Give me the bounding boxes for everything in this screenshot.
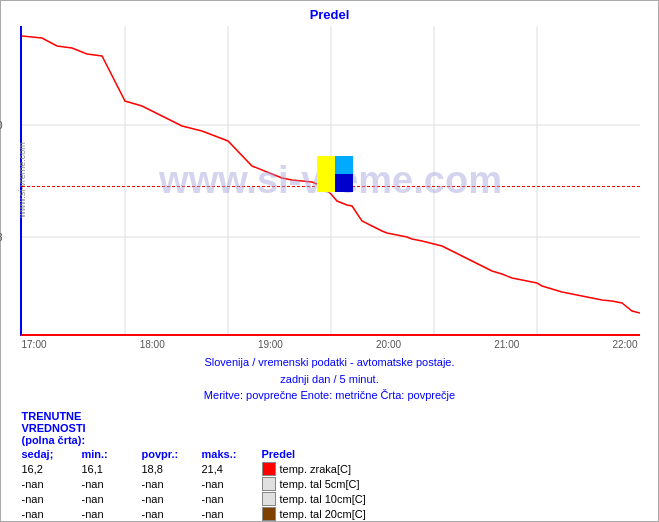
svg-rect-11: [317, 174, 335, 192]
chart-title: Predel: [310, 7, 350, 22]
x-label-3: 20:00: [376, 339, 401, 350]
caption-line2: zadnji dan / 5 minut.: [204, 371, 455, 388]
legend-table: TRENUTNE VREDNOSTI (polna črta): sedaj; …: [20, 410, 640, 523]
row3-min: -nan: [82, 508, 142, 520]
col-maks: maks.:: [202, 448, 262, 460]
row2-pred: temp. tal 10cm[C]: [262, 492, 640, 506]
row0-maks: 21,4: [202, 463, 262, 475]
x-label-5: 22:00: [612, 339, 637, 350]
row2-maks: -nan: [202, 493, 262, 505]
row1-povpr: -nan: [142, 478, 202, 490]
col-min: min.:: [82, 448, 142, 460]
row2-label: temp. tal 10cm[C]: [280, 493, 366, 505]
col-predel: Predel: [262, 448, 362, 460]
row2-povpr: -nan: [142, 493, 202, 505]
svg-rect-9: [335, 156, 353, 174]
row0-sedaj: 16,2: [22, 463, 82, 475]
row2-sedaj: -nan: [22, 493, 82, 505]
legend-header: TRENUTNE VREDNOSTI (polna črta):: [20, 410, 640, 446]
row2-color: [262, 492, 276, 506]
row1-color: [262, 477, 276, 491]
caption: Slovenija / vremenski podatki - avtomats…: [204, 354, 455, 404]
row0-color: [262, 462, 276, 476]
row1-label: temp. tal 5cm[C]: [280, 478, 360, 490]
row3-maks: -nan: [202, 508, 262, 520]
caption-line1: Slovenija / vremenski podatki - avtomats…: [204, 354, 455, 371]
legend-row-0: 16,2 16,1 18,8 21,4 temp. zraka[C]: [20, 462, 640, 476]
row3-povpr: -nan: [142, 508, 202, 520]
legend-row-3: -nan -nan -nan -nan temp. tal 20cm[C]: [20, 507, 640, 521]
row1-sedaj: -nan: [22, 478, 82, 490]
legend-col-headers: sedaj; min.: povpr.: maks.: Predel: [20, 448, 640, 460]
x-axis-labels: 17:00 18:00 19:00 20:00 21:00 22:00: [20, 339, 640, 350]
header-sedaj: TRENUTNE VREDNOSTI (polna črta):: [22, 410, 87, 446]
legend-row-2: -nan -nan -nan -nan temp. tal 10cm[C]: [20, 492, 640, 506]
row0-label: temp. zraka[C]: [280, 463, 352, 475]
x-label-4: 21:00: [494, 339, 519, 350]
caption-line3: Meritve: povprečne Enote: metrične Črta:…: [204, 387, 455, 404]
row3-color: [262, 507, 276, 521]
legend-row-1: -nan -nan -nan -nan temp. tal 5cm[C]: [20, 477, 640, 491]
row0-min: 16,1: [82, 463, 142, 475]
row1-pred: temp. tal 5cm[C]: [262, 477, 640, 491]
x-label-2: 19:00: [258, 339, 283, 350]
svg-rect-8: [317, 156, 335, 174]
row1-min: -nan: [82, 478, 142, 490]
x-label-0: 17:00: [22, 339, 47, 350]
y-label-20: 20: [0, 120, 3, 131]
row3-label: temp. tal 20cm[C]: [280, 508, 366, 520]
row3-pred: temp. tal 20cm[C]: [262, 507, 640, 521]
row0-povpr: 18,8: [142, 463, 202, 475]
row3-sedaj: -nan: [22, 508, 82, 520]
x-label-1: 18:00: [140, 339, 165, 350]
svg-rect-10: [335, 174, 353, 192]
row0-pred: temp. zraka[C]: [262, 462, 640, 476]
col-sedaj: sedaj;: [22, 448, 82, 460]
chart-area: www.si-vreme.com www.si-vreme.com: [20, 26, 640, 336]
y-label-18: 18: [0, 232, 3, 243]
col-povpr: povpr.:: [142, 448, 202, 460]
main-container: Predel 20 18 www.si-vreme.com www.si-vre…: [0, 0, 659, 522]
row1-maks: -nan: [202, 478, 262, 490]
row2-min: -nan: [82, 493, 142, 505]
weather-icon: [317, 156, 353, 192]
